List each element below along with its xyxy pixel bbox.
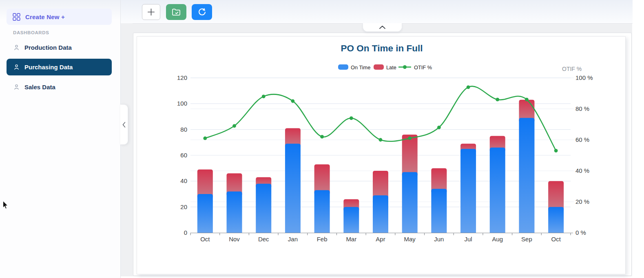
bar-late-segment[interactable] (373, 171, 388, 199)
add-button[interactable] (142, 4, 160, 20)
category-label: Oct (200, 236, 210, 243)
bar-on-time-segment[interactable] (460, 149, 476, 233)
sidebar-item-production-data[interactable]: Production Data (7, 40, 112, 55)
legend-point-otif (403, 65, 407, 69)
axis-tick-label: 40 % (575, 167, 589, 174)
bars (197, 100, 564, 233)
bar-on-time-segment[interactable] (227, 192, 242, 233)
otif-point[interactable] (408, 137, 412, 140)
refresh-icon (197, 7, 207, 17)
bar-on-time-segment[interactable] (519, 118, 534, 233)
legend-label: Late (386, 64, 396, 71)
person-icon (13, 84, 20, 90)
category-label: Feb (317, 236, 328, 243)
bar-on-time-segment[interactable] (256, 184, 271, 233)
legend-label: OTIF % (414, 64, 432, 71)
axis-tick-label: 20 (180, 203, 187, 210)
otif-point[interactable] (203, 137, 207, 140)
category-label: May (404, 236, 416, 243)
person-icon (13, 44, 20, 51)
sidebar-collapse-handle[interactable] (120, 104, 128, 145)
category-label: Aug (492, 236, 503, 243)
sidebar-section-label: DASHBOARDS (13, 30, 49, 35)
otif-point[interactable] (379, 138, 383, 142)
category-label: Jan (288, 236, 298, 243)
axis-tick-label: 80 % (575, 105, 589, 112)
axis-tick-label: 0 (184, 229, 187, 236)
axis-tick-label: 100 (177, 100, 187, 107)
axis-tick-label: 80 (180, 126, 187, 133)
x-axis (190, 233, 573, 235)
category-label: Apr (376, 236, 385, 243)
chevron-up-icon (379, 26, 385, 29)
axis-tick-label: 20 % (575, 198, 589, 205)
otif-point[interactable] (291, 99, 295, 103)
bar-on-time-segment[interactable] (431, 189, 447, 233)
sidebar-item-purchasing-data[interactable]: Purchasing Data (7, 59, 112, 75)
dashboard-canvas: 0204060801001200 %20 %40 %60 %80 %100 %O… (133, 33, 632, 276)
category-label: Sep (521, 236, 532, 243)
sidebar-item-label: Production Data (24, 44, 72, 51)
legend-label: On Time (351, 64, 370, 71)
category-label: Jul (464, 236, 472, 243)
otif-point[interactable] (554, 149, 558, 152)
otif-chart[interactable]: 0204060801001200 %20 %40 %60 %80 %100 %O… (137, 37, 625, 274)
legend-swatch-on-time (338, 64, 348, 70)
bar-on-time-segment[interactable] (373, 195, 388, 233)
chart-legend[interactable]: On TimeLateOTIF % (338, 64, 432, 71)
sidebar: Create New + DASHBOARDS Production Data … (0, 0, 121, 278)
category-label: Dec (258, 236, 269, 243)
axis-tick-label: 0 % (575, 229, 586, 236)
collapse-panel-tab[interactable] (363, 23, 402, 32)
otif-point[interactable] (320, 135, 324, 139)
otif-point[interactable] (467, 85, 470, 89)
chart-widget: 0204060801001200 %20 %40 %60 %80 %100 %O… (137, 36, 626, 274)
open-dashboard-button[interactable] (166, 4, 186, 20)
axis-tick-label: 100 % (575, 74, 593, 81)
category-label: Oct (551, 236, 561, 243)
bar-on-time-segment[interactable] (314, 190, 330, 233)
legend-swatch-late (374, 64, 384, 70)
bar-on-time-segment[interactable] (285, 144, 301, 233)
refresh-button[interactable] (192, 4, 212, 20)
otif-point[interactable] (262, 95, 266, 98)
bar-on-time-segment[interactable] (490, 148, 505, 233)
sidebar-item-label: Sales Data (24, 84, 55, 90)
plus-icon (147, 8, 155, 16)
mouse-cursor (2, 201, 9, 210)
axis-tick-label: 120 (177, 74, 187, 81)
otif-point[interactable] (232, 124, 236, 128)
person-icon (13, 64, 20, 71)
sidebar-item-label: Purchasing Data (24, 64, 73, 71)
right-axis-title: OTIF % (562, 66, 582, 72)
sidebar-item-sales-data[interactable]: Sales Data (7, 79, 112, 95)
chart-title: PO On Time in Full (341, 43, 423, 53)
bar-on-time-segment[interactable] (548, 207, 564, 233)
bar-late-segment[interactable] (402, 135, 418, 175)
bar-on-time-segment[interactable] (197, 194, 213, 233)
bar-on-time-segment[interactable] (402, 172, 418, 233)
bar-late-segment[interactable] (431, 168, 447, 192)
bar-on-time-segment[interactable] (343, 207, 359, 233)
category-label: Mar (346, 236, 356, 243)
otif-point[interactable] (437, 126, 441, 129)
otif-point[interactable] (350, 116, 353, 120)
bar-late-segment[interactable] (548, 181, 564, 210)
chevron-left-icon (122, 122, 126, 128)
axis-tick-label: 40 (180, 177, 187, 184)
bar-late-segment[interactable] (197, 170, 213, 197)
otif-point[interactable] (525, 98, 529, 101)
axis-tick-label: 60 (180, 152, 187, 159)
bar-late-segment[interactable] (314, 164, 330, 193)
create-new-label: Create New + (25, 13, 65, 20)
otif-point[interactable] (496, 98, 499, 101)
folder-check-icon (171, 7, 181, 17)
axis-tick-label: 60 % (575, 136, 589, 143)
grid-icon (13, 13, 20, 21)
create-new-button[interactable]: Create New + (7, 9, 112, 25)
category-label: Jun (434, 236, 444, 243)
category-label: Nov (229, 236, 240, 243)
